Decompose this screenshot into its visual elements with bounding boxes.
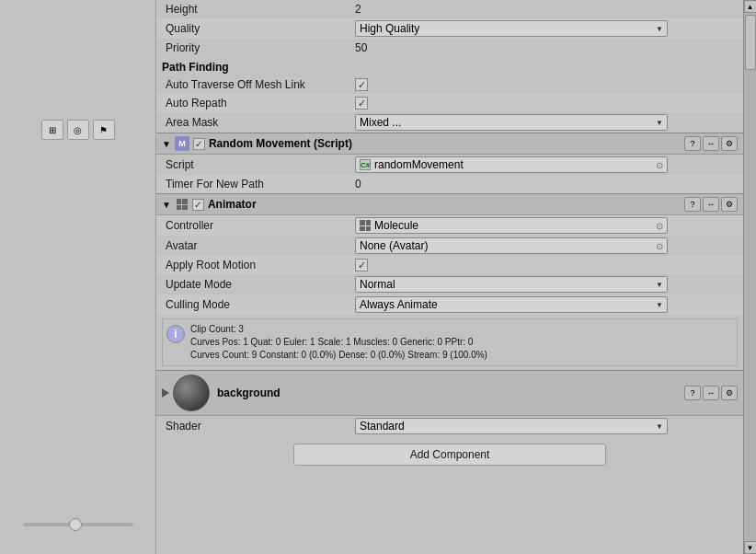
area-mask-row: Area Mask Mixed ... ▼ (156, 112, 743, 133)
apply-root-checkbox[interactable] (355, 259, 368, 271)
clip-info-line1: Clip Count: 3 (190, 323, 487, 336)
quality-label: Quality (162, 22, 355, 35)
animator-header: ▼ Animator ? ↔ ⚙ (156, 193, 743, 215)
script-field[interactable]: C# randomMovement ⊙ (355, 156, 668, 173)
update-mode-row: Update Mode Normal ▼ (156, 274, 743, 294)
auto-traverse-checkbox[interactable] (355, 78, 368, 91)
avatar-row: Avatar None (Avatar) ⊙ (156, 236, 743, 256)
random-movement-icon: M (175, 136, 189, 151)
area-mask-dropdown[interactable]: Mixed ... ▼ (355, 114, 668, 131)
sidebar-bottom (0, 523, 155, 526)
random-movement-arrow[interactable]: ▼ (162, 139, 171, 149)
controller-label: Controller (162, 219, 355, 232)
controller-icon (360, 220, 371, 231)
animator-arrow[interactable]: ▼ (162, 200, 171, 210)
update-mode-dropdown[interactable]: Normal ▼ (355, 276, 668, 293)
avatar-field[interactable]: None (Avatar) ⊙ (355, 237, 668, 254)
zoom-slider[interactable] (23, 523, 133, 526)
controller-field[interactable]: Molecule ⊙ (355, 217, 668, 234)
timer-value: 0 (355, 178, 738, 190)
animator-layout-btn[interactable]: ↔ (703, 197, 719, 212)
background-buttons: ? ↔ ⚙ (684, 386, 738, 400)
animator-help-btn[interactable]: ? (684, 197, 701, 212)
random-movement-layout-btn[interactable]: ↔ (703, 136, 719, 151)
auto-repath-row: Auto Repath (156, 94, 743, 112)
script-label: Script (162, 158, 355, 171)
apply-root-row: Apply Root Motion (156, 256, 743, 274)
avatar-label: Avatar (162, 239, 355, 252)
add-component-button[interactable]: Add Component (293, 444, 606, 466)
shader-dropdown-arrow: ▼ (656, 422, 663, 431)
path-finding-section: Path Finding (156, 57, 743, 75)
script-value: randomMovement (374, 158, 464, 171)
info-text: Clip Count: 3 Curves Pos: 1 Quat: 0 Eule… (190, 323, 487, 362)
background-layout-btn[interactable]: ↔ (703, 386, 719, 400)
background-sphere (173, 375, 210, 411)
update-mode-value: Normal (360, 278, 656, 291)
shader-dropdown[interactable]: Standard ▼ (355, 418, 668, 434)
content-with-scroll: Height 2 Quality High Quality ▼ Priority… (156, 0, 756, 554)
culling-arrow: ▼ (656, 301, 663, 309)
culling-row: Culling Mode Always Animate ▼ (156, 294, 743, 315)
sidebar-icon-2[interactable]: ◎ (67, 120, 89, 140)
update-mode-label: Update Mode (162, 278, 355, 291)
controller-value: Molecule (374, 219, 418, 232)
zoom-slider-thumb[interactable] (69, 518, 82, 531)
height-row: Height 2 (156, 0, 743, 18)
scroll-down-arrow[interactable]: ▼ (744, 541, 757, 554)
culling-value: Always Animate (360, 298, 656, 311)
background-arrow[interactable] (162, 388, 169, 398)
auto-repath-label: Auto Repath (162, 97, 355, 110)
left-sidebar: ⊞ ◎ ⚑ (0, 0, 156, 554)
height-label: Height (162, 3, 355, 16)
script-circle-icon: ⊙ (656, 160, 663, 170)
clip-info-line3: Curves Count: 9 Constant: 0 (0.0%) Dense… (190, 349, 487, 362)
avatar-value: None (Avatar) (360, 239, 428, 252)
controller-row: Controller Molecule ⊙ (156, 215, 743, 236)
animator-checkbox[interactable] (192, 199, 204, 211)
area-mask-arrow: ▼ (656, 119, 663, 127)
random-movement-buttons: ? ↔ ⚙ (684, 136, 738, 151)
animator-info-box: i Clip Count: 3 Curves Pos: 1 Quat: 0 Eu… (162, 318, 738, 366)
animator-buttons: ? ↔ ⚙ (684, 197, 738, 212)
quality-row: Quality High Quality ▼ (156, 18, 743, 39)
animator-icon (177, 199, 188, 210)
animator-settings-btn[interactable]: ⚙ (721, 197, 738, 212)
shader-value: Standard (360, 420, 656, 433)
script-row: Script C# randomMovement ⊙ (156, 155, 743, 175)
background-settings-btn[interactable]: ⚙ (721, 386, 738, 400)
culling-dropdown[interactable]: Always Animate ▼ (355, 296, 668, 313)
quality-dropdown[interactable]: High Quality ▼ (355, 20, 668, 37)
culling-label: Culling Mode (162, 298, 355, 311)
auto-traverse-row: Auto Traverse Off Mesh Link (156, 75, 743, 94)
add-component-area: Add Component (156, 436, 743, 473)
sidebar-icon-1[interactable]: ⊞ (41, 120, 63, 140)
random-movement-settings-btn[interactable]: ⚙ (721, 136, 738, 151)
area-mask-label: Area Mask (162, 116, 355, 129)
update-mode-arrow: ▼ (656, 281, 663, 289)
random-movement-help-btn[interactable]: ? (684, 136, 701, 151)
quality-dropdown-text: High Quality (360, 22, 656, 35)
random-movement-checkbox[interactable] (193, 138, 205, 150)
avatar-circle: ⊙ (656, 241, 663, 251)
script-icon: C# (360, 159, 371, 170)
scroll-thumb[interactable] (745, 15, 756, 70)
main-content: Height 2 Quality High Quality ▼ Priority… (156, 0, 756, 554)
background-title: background (217, 387, 684, 399)
height-value: 2 (355, 3, 738, 16)
animator-grid-icon (175, 197, 189, 212)
scrollbar: ▲ ▼ (743, 0, 756, 554)
sidebar-icon-group: ⊞ ◎ ⚑ (41, 120, 115, 140)
quality-dropdown-arrow: ▼ (656, 25, 663, 33)
auto-repath-checkbox[interactable] (355, 97, 368, 110)
auto-traverse-label: Auto Traverse Off Mesh Link (162, 78, 355, 91)
background-header: background ? ↔ ⚙ (156, 370, 743, 416)
random-movement-header: ▼ M Random Movement (Script) ? ↔ ⚙ (156, 133, 743, 155)
animator-title: Animator (208, 198, 684, 211)
background-help-btn[interactable]: ? (684, 386, 701, 400)
apply-root-label: Apply Root Motion (162, 259, 355, 271)
scroll-up-arrow[interactable]: ▲ (744, 0, 757, 13)
sidebar-icon-3[interactable]: ⚑ (93, 120, 115, 140)
priority-value: 50 (355, 41, 738, 54)
random-movement-title: Random Movement (Script) (209, 137, 684, 150)
